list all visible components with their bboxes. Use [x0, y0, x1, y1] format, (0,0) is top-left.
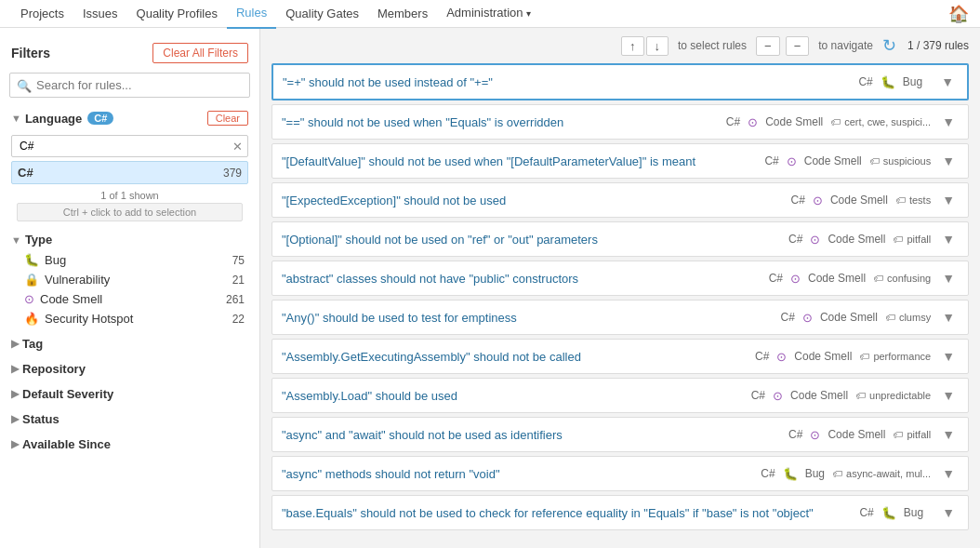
security-hotspot-icon: 🔥: [24, 312, 39, 326]
rule-filter-button[interactable]: ▼: [938, 386, 959, 405]
rule-title[interactable]: "==" should not be used when "Equals" is…: [282, 115, 726, 129]
nav-next-button[interactable]: −: [786, 36, 810, 56]
refresh-icon[interactable]: ↻: [882, 35, 896, 56]
type-item-code-smell[interactable]: ⊙ Code Smell 261: [11, 289, 248, 309]
sidebar-header: Filters Clear All Filters: [0, 37, 259, 73]
rule-tags: 🏷 clumsy: [885, 312, 931, 323]
rule-lang: C#: [769, 272, 783, 285]
repo-label: Repository: [22, 362, 86, 376]
rule-title[interactable]: "=+" should not be used instead of "+=": [283, 75, 858, 89]
rule-filter-button[interactable]: ▼: [938, 425, 959, 444]
nav-rules[interactable]: Rules: [227, 0, 276, 29]
rule-filter-button[interactable]: ▼: [938, 464, 959, 483]
rule-lang: C#: [761, 467, 775, 480]
rule-type: Code Smell: [828, 428, 885, 441]
rule-title[interactable]: "[DefaultValue]" should not be used when…: [282, 154, 764, 168]
language-search-wrap: ✕: [11, 135, 248, 157]
rule-tags: 🏷 suspicious: [869, 155, 931, 167]
rule-filter-button[interactable]: ▼: [938, 308, 959, 327]
language-search-input[interactable]: [11, 135, 248, 157]
nav-quality-gates[interactable]: Quality Gates: [276, 0, 368, 28]
rule-item[interactable]: "abstract" classes should not have "publ…: [271, 261, 969, 296]
nav-prev-button[interactable]: −: [756, 36, 780, 56]
rule-item[interactable]: "[ExpectedException]" should not be used…: [271, 182, 969, 218]
rule-title[interactable]: "Any()" should be used to test for empti…: [282, 311, 781, 325]
rules-search-wrap: 🔍: [9, 73, 250, 98]
rule-title[interactable]: "abstract" classes should not have "publ…: [282, 272, 769, 286]
nav-projects[interactable]: Projects: [11, 0, 73, 28]
rule-filter-button[interactable]: ▼: [938, 230, 959, 248]
rule-filter-button[interactable]: ▼: [938, 152, 959, 170]
repository-section-header[interactable]: ▶ Repository: [11, 357, 248, 381]
rule-filter-button[interactable]: ▼: [938, 269, 959, 287]
rule-lang: C#: [788, 233, 802, 246]
nav-down-button[interactable]: ↓: [646, 36, 669, 56]
rule-title[interactable]: "Assembly.Load" should be used: [282, 389, 751, 403]
rule-item[interactable]: "==" should not be used when "Equals" is…: [271, 104, 969, 140]
rule-type-icon: ⊙: [802, 311, 813, 325]
rule-title[interactable]: "async" and "await" should not be used a…: [282, 428, 788, 442]
language-search-clear-icon[interactable]: ✕: [232, 140, 243, 154]
nav-quality-profiles[interactable]: Quality Profiles: [127, 0, 227, 28]
language-toggle-icon: ▼: [11, 113, 21, 124]
rule-item[interactable]: "Any()" should be used to test for empti…: [271, 300, 969, 335]
clear-all-filters-button[interactable]: Clear All Filters: [152, 43, 248, 63]
type-item-vulnerability[interactable]: 🔒 Vulnerability 21: [11, 270, 248, 289]
rule-meta: C# ⊙ Code Smell 🏷 clumsy ▼: [781, 308, 959, 327]
type-item-bug[interactable]: 🐛 Bug 75: [11, 250, 248, 270]
rule-filter-button[interactable]: ▼: [938, 347, 959, 366]
rule-filter-button[interactable]: ▼: [938, 113, 959, 131]
language-section-header[interactable]: ▼ Language C# Clear: [11, 107, 248, 129]
rule-item[interactable]: "=+" should not be used instead of "+=" …: [271, 63, 969, 100]
rule-filter-button[interactable]: ▼: [938, 503, 959, 522]
rule-filter-button[interactable]: ▼: [937, 73, 958, 91]
rule-item[interactable]: "Assembly.GetExecutingAssembly" should n…: [271, 339, 969, 374]
rule-item[interactable]: "async" methods should not return "void"…: [271, 456, 969, 491]
type-smell-count: 261: [226, 293, 245, 306]
rule-item[interactable]: "[Optional]" should not be used on "ref"…: [271, 221, 969, 257]
rule-item[interactable]: "base.Equals" should not be used to chec…: [271, 495, 969, 530]
tag-icon: 🏷: [893, 429, 903, 440]
type-bug-name: Bug: [45, 253, 232, 267]
language-item-csharp[interactable]: C# 379: [11, 161, 248, 184]
rule-item[interactable]: "async" and "await" should not be used a…: [271, 417, 969, 452]
sidebar: Filters Clear All Filters 🔍 ▼ Language C…: [0, 28, 260, 548]
rule-title[interactable]: "[ExpectedException]" should not be used: [282, 194, 791, 207]
type-section-header[interactable]: ▼ Type: [11, 229, 248, 250]
nav-administration[interactable]: Administration ▾: [437, 0, 540, 28]
tag-icon: 🏷: [885, 312, 895, 323]
language-item-count: 379: [223, 167, 242, 180]
rule-meta: C# ⊙ Code Smell 🏷 tests ▼: [791, 191, 959, 209]
available-since-section-header[interactable]: ▶ Available Since: [11, 433, 248, 456]
rule-filter-button[interactable]: ▼: [938, 191, 959, 209]
language-clear-button[interactable]: Clear: [207, 111, 248, 126]
rule-title[interactable]: "base.Equals" should not be used to chec…: [282, 506, 859, 520]
home-icon[interactable]: 🏠: [948, 4, 969, 24]
main-layout: Filters Clear All Filters 🔍 ▼ Language C…: [0, 28, 980, 548]
nav-up-button[interactable]: ↑: [621, 36, 644, 56]
default-severity-section-header[interactable]: ▶ Default Severity: [11, 382, 248, 406]
rule-type-icon: 🐛: [881, 506, 896, 520]
rules-search-input[interactable]: [9, 73, 250, 98]
nav-members[interactable]: Members: [368, 0, 437, 28]
rule-title[interactable]: "Assembly.GetExecutingAssembly" should n…: [282, 350, 755, 364]
status-section: ▶ Status: [0, 408, 259, 431]
rule-item[interactable]: "Assembly.Load" should be used C# ⊙ Code…: [271, 378, 969, 413]
rule-item[interactable]: "[DefaultValue]" should not be used when…: [271, 143, 969, 179]
tag-icon: 🏷: [895, 194, 906, 206]
tag-section-header[interactable]: ▶ Tag: [11, 332, 248, 355]
rule-tags: 🏷 async-await, mul...: [832, 468, 931, 479]
rule-meta: C# ⊙ Code Smell 🏷 confusing ▼: [769, 269, 959, 287]
status-section-header[interactable]: ▶ Status: [11, 408, 248, 431]
rule-type: Code Smell: [794, 350, 852, 363]
type-item-security-hotspot[interactable]: 🔥 Security Hotspot 22: [11, 309, 248, 328]
page-info: 1 / 379 rules: [907, 39, 969, 52]
rule-tag: clumsy: [899, 312, 931, 323]
rule-title[interactable]: "async" methods should not return "void": [282, 467, 761, 481]
nav-issues[interactable]: Issues: [73, 0, 127, 28]
admin-dropdown-arrow: ▾: [526, 8, 531, 19]
rule-type: Bug: [903, 75, 922, 88]
tag-icon: 🏷: [893, 234, 903, 245]
language-label: Language: [25, 112, 82, 126]
rule-title[interactable]: "[Optional]" should not be used on "ref"…: [282, 233, 788, 247]
